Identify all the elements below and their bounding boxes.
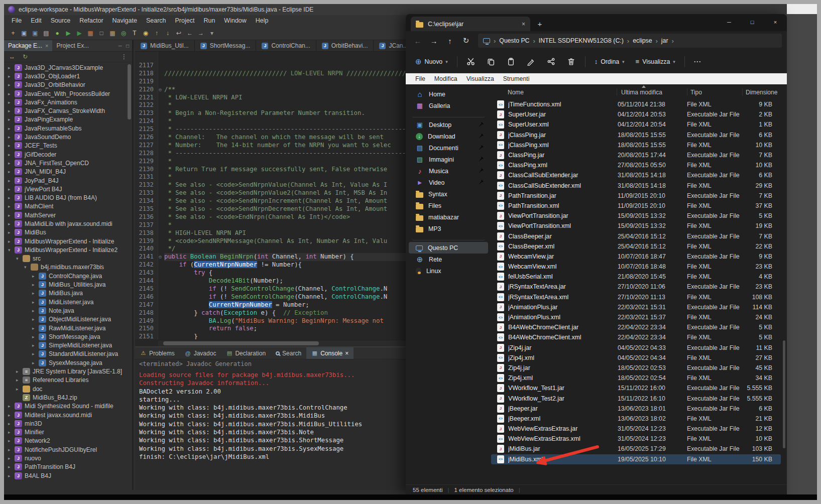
tree-item[interactable]: NotifichePushJDGUIbyErel xyxy=(4,445,127,454)
file-row[interactable]: jBeeper.jar 13/06/2023 18:01 Executable … xyxy=(491,404,781,414)
tree-item[interactable]: jGifDecoder xyxy=(4,150,127,159)
file-row[interactable]: WebViewExtrasExtras.jar 31/05/2024 12:23… xyxy=(491,424,781,434)
tab-declaration[interactable]: Declaration xyxy=(221,347,271,359)
tree-expand-icon[interactable] xyxy=(8,247,15,253)
tree-item[interactable]: JNA_FirstTest_OpenCD xyxy=(4,159,127,167)
tree-expand-icon[interactable] xyxy=(8,161,15,166)
toolbar-icon[interactable]: ▦ xyxy=(85,28,95,38)
tree-item[interactable]: min3D xyxy=(4,419,127,428)
tree-item[interactable]: JavaPingExample xyxy=(4,115,127,124)
share-button[interactable] xyxy=(543,54,559,69)
sidebar-item[interactable]: Home xyxy=(409,88,488,100)
file-row[interactable]: jBeeper.xml 13/06/2023 18:02 File XML 21… xyxy=(491,414,781,424)
tree-expand-icon[interactable] xyxy=(32,291,39,296)
tree-item[interactable]: MidiListener.java xyxy=(4,298,127,306)
file-list-scrollbar[interactable] xyxy=(783,340,785,448)
tree-item[interactable]: ShortMessage.java xyxy=(4,332,127,341)
tree-expand-icon[interactable] xyxy=(16,377,23,383)
sidebar-item[interactable]: Immagini xyxy=(409,154,488,165)
tree-item[interactable]: JRE System Library [JavaSE-1.8] xyxy=(4,367,127,375)
file-row[interactable]: SuperUser.xml 04/12/2014 20:54 File XML … xyxy=(491,119,781,130)
file-row[interactable]: ClassCallSubExtender.jar 31/08/2015 14:1… xyxy=(491,170,781,180)
tree-item[interactable]: MidiBus_B4J.zip xyxy=(4,393,127,402)
tree-item[interactable]: ObjectMidiListener.java xyxy=(4,315,127,324)
close-icon[interactable]: × xyxy=(345,350,348,357)
toolbar-icon[interactable]: ↩ xyxy=(174,28,184,38)
toolbar-icon[interactable]: ▶ xyxy=(63,28,73,38)
eclipse-menu-item[interactable]: Navigate xyxy=(108,17,142,24)
tree-expand-icon[interactable] xyxy=(8,473,15,478)
tab-search[interactable]: Search xyxy=(271,347,306,359)
tree-expand-icon[interactable] xyxy=(8,204,15,209)
toolbar-icon[interactable]: ▶ xyxy=(74,28,84,38)
sidebar-item[interactable]: Linux xyxy=(409,265,488,277)
tree-expand-icon[interactable] xyxy=(8,100,15,105)
file-row[interactable]: B4AWebChromeClient.xml 22/04/2022 23:34 … xyxy=(491,332,781,342)
explorer-menu-item[interactable]: Modifica xyxy=(430,75,462,82)
file-row[interactable]: B4AWebChromeClient.jar 22/04/2022 23:34 … xyxy=(491,322,781,332)
refresh-button[interactable]: ↻ xyxy=(459,34,473,48)
tree-item[interactable]: Java3D_JCanvas3DExample xyxy=(4,63,127,72)
file-row[interactable]: jAnimationPlus.jar 22/03/2021 15:31 Exec… xyxy=(491,302,781,312)
toolbar-icon[interactable]: ↓ xyxy=(163,28,173,38)
sidebar-item[interactable]: Video xyxy=(409,177,488,188)
tree-expand-icon[interactable] xyxy=(8,74,15,79)
tree-expand-icon[interactable] xyxy=(8,91,15,96)
tree-expand-icon[interactable] xyxy=(8,230,15,235)
tree-item[interactable]: JoyPad_B4J xyxy=(4,176,127,185)
eclipse-menu-item[interactable]: Run xyxy=(199,17,219,24)
sidebar-item[interactable]: Documenti xyxy=(409,142,488,154)
file-row[interactable]: jAnimationPlus.xml 22/03/2021 15:37 File… xyxy=(491,312,781,322)
tree-expand-icon[interactable] xyxy=(8,152,15,157)
toolbar-icon[interactable]: ↑ xyxy=(152,28,162,38)
breadcrumb-segment[interactable]: jar› xyxy=(661,37,674,45)
toolbar-icon[interactable]: T xyxy=(130,28,140,38)
tree-expand-icon[interactable] xyxy=(32,300,39,305)
tree-item[interactable]: SysexMessage.java xyxy=(4,358,127,367)
tree-item[interactable]: Midi Synthesized Sound - midifile xyxy=(4,402,127,411)
sort-button[interactable]: ↕ Ordina ▾ xyxy=(591,55,628,68)
tree-item[interactable]: Java3D_ObjLoader1 xyxy=(4,72,127,80)
tree-expand-icon[interactable] xyxy=(8,421,15,426)
file-row[interactable]: felUsbSerial.xml 21/08/2020 15:45 File X… xyxy=(491,272,781,282)
editor-tab[interactable]: ShortMessag... xyxy=(195,40,257,51)
toolbar-icon[interactable]: + xyxy=(8,28,18,38)
tree-expand-icon[interactable] xyxy=(8,430,15,435)
file-row[interactable]: jMidiBus.xml 19/05/2025 10:10 File XML 1… xyxy=(491,454,781,464)
cut-button[interactable] xyxy=(463,54,479,69)
column-name[interactable]: Nome xyxy=(508,89,524,96)
column-divider[interactable] xyxy=(617,88,617,96)
tree-item[interactable]: MidiBus xyxy=(4,228,127,237)
minimize-view-icon[interactable]: ─ xyxy=(119,43,122,49)
tree-item[interactable]: Miditest javax.sound.midi xyxy=(4,411,127,419)
tree-expand-icon[interactable] xyxy=(8,169,15,174)
tree-item[interactable]: JavaSoundDemo xyxy=(4,133,127,141)
tree-expand-icon[interactable] xyxy=(16,369,23,374)
tree-item[interactable]: MiaMidiLib with javax.sound.midi xyxy=(4,219,127,228)
file-row[interactable]: PathTransition.xml 11/09/2015 20:10 File… xyxy=(491,201,781,211)
sidebar-item[interactable]: Files xyxy=(409,200,488,211)
new-tab-button[interactable]: + xyxy=(533,17,546,30)
tree-expand-icon[interactable] xyxy=(32,308,39,313)
tree-item[interactable]: doc xyxy=(4,385,127,393)
forward-button[interactable]: → xyxy=(427,34,441,48)
toolbar-icon[interactable]: ◎ xyxy=(119,28,129,38)
tree-expand-icon[interactable] xyxy=(8,108,15,113)
tree-item[interactable]: B4AL B4J xyxy=(4,471,127,480)
toolbar-icon[interactable]: ◉ xyxy=(141,28,151,38)
column-type[interactable]: Tipo xyxy=(690,89,702,96)
breadcrumb-segment[interactable]: eclipse› xyxy=(633,37,658,45)
tree-expand-icon[interactable] xyxy=(8,221,15,226)
tree-item[interactable]: Referenced Libraries xyxy=(4,376,127,385)
toolbar-icon[interactable]: □ xyxy=(96,28,106,38)
editor-tab[interactable]: MidiBus_Util... xyxy=(135,40,195,51)
more-button[interactable]: ··· xyxy=(690,56,705,68)
sidebar-item[interactable]: Download xyxy=(409,131,488,142)
file-row[interactable]: jClassPing.xml 18/08/2015 15:55 File XML… xyxy=(491,140,781,150)
tab-problems[interactable]: Problems xyxy=(135,347,180,359)
file-row[interactable]: WebViewExtrasExtras.xml 31/05/2024 12:23… xyxy=(491,434,781,444)
toolbar-icon[interactable]: → xyxy=(196,28,206,38)
tree-item[interactable]: jViewPort B4J xyxy=(4,185,127,193)
file-row[interactable]: SuperUser.jar 04/12/2014 20:53 Executabl… xyxy=(491,109,781,119)
copy-button[interactable] xyxy=(483,54,499,69)
